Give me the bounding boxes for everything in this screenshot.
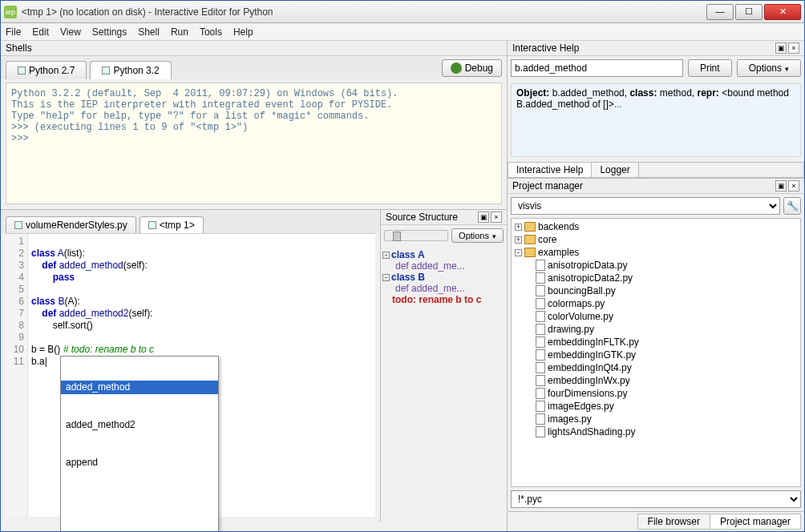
help-panel-title: Interactive Help ▣ ×	[508, 41, 804, 56]
panel-close-icon[interactable]: ×	[491, 212, 502, 223]
panel-undock-icon[interactable]: ▣	[775, 180, 787, 191]
file-icon	[536, 349, 545, 361]
menu-view[interactable]: View	[60, 26, 81, 38]
file-item[interactable]: embeddingInFLTK.py	[513, 336, 799, 349]
python-icon	[102, 66, 110, 75]
expand-icon[interactable]: +	[515, 236, 522, 244]
file-item[interactable]: imageEdges.py	[513, 400, 799, 413]
file-icon	[536, 362, 545, 373]
autocomplete-item[interactable]: append	[61, 456, 218, 470]
file-item[interactable]: bouncingBall.py	[513, 284, 799, 297]
editor-tab-volumerender[interactable]: volumeRenderStyles.py	[6, 216, 136, 233]
help-search-input[interactable]	[511, 59, 683, 77]
file-item[interactable]: colormaps.py	[513, 297, 799, 310]
filter-select[interactable]: !*.pyc	[511, 490, 801, 508]
shell-output[interactable]: Python 3.2.2 (default, Sep 4 2011, 09:07…	[6, 83, 502, 204]
file-icon	[536, 337, 545, 348]
file-item[interactable]: images.py	[513, 413, 799, 425]
structure-options-button[interactable]: Options	[451, 228, 504, 243]
collapse-icon[interactable]: -	[515, 249, 522, 256]
file-icon	[536, 285, 545, 296]
file-tree[interactable]: +backends +core -examples anisotropicDat…	[511, 218, 801, 487]
shell-tab-py27[interactable]: Python 2.7	[6, 61, 87, 79]
menubar: File Edit View Settings Shell Run Tools …	[1, 23, 804, 41]
file-item[interactable]: embeddingInGTK.py	[513, 349, 799, 361]
app-icon: iep	[4, 6, 17, 18]
python-icon	[18, 66, 26, 75]
project-select[interactable]: visvis	[511, 197, 780, 215]
collapse-icon[interactable]: -	[382, 252, 390, 259]
file-item[interactable]: embeddingInQt4.py	[513, 361, 799, 374]
panel-undock-icon[interactable]: ▣	[478, 212, 489, 223]
file-icon	[536, 311, 545, 322]
project-manager-title: Project manager ▣ ×	[508, 179, 804, 194]
shells-panel-title: Shells	[1, 41, 507, 56]
file-item[interactable]: anisotropicData2.py	[513, 272, 799, 284]
help-options-button[interactable]: Options	[737, 59, 801, 77]
file-icon	[536, 324, 545, 335]
file-item[interactable]: drawing.py	[513, 323, 799, 336]
tab-project-manager[interactable]: Project manager	[710, 514, 801, 530]
help-content: Object: b.added_method, class: method, r…	[511, 83, 801, 157]
window-titlebar: iep <tmp 1> (no location on disk) - Inte…	[1, 1, 804, 23]
menu-tools[interactable]: Tools	[200, 26, 222, 38]
menu-help[interactable]: Help	[233, 26, 253, 38]
collapse-icon[interactable]: -	[382, 274, 390, 281]
file-icon	[536, 298, 545, 309]
close-button[interactable]: ✕	[764, 4, 801, 20]
tab-logger[interactable]: Logger	[592, 163, 638, 177]
file-item[interactable]: embeddingInWx.py	[513, 374, 799, 387]
file-item[interactable]: lightsAndShading.py	[513, 425, 799, 438]
file-item[interactable]: fourDimensions.py	[513, 387, 799, 400]
autocomplete-popup[interactable]: added_method added_method2 append	[60, 356, 219, 532]
structure-tree[interactable]: - class A def added_me... - class B def …	[381, 246, 507, 522]
expand-icon[interactable]: +	[515, 224, 522, 231]
file-icon	[536, 426, 545, 437]
tab-file-browser[interactable]: File browser	[637, 514, 710, 530]
shell-tab-py32[interactable]: Python 3.2	[90, 61, 171, 79]
file-icon	[148, 221, 156, 229]
menu-shell[interactable]: Shell	[138, 26, 160, 38]
source-structure-title: Source Structure ▣ ×	[381, 210, 507, 225]
file-icon	[536, 260, 545, 271]
wrench-icon: 🔧	[787, 200, 799, 212]
print-button[interactable]: Print	[688, 59, 732, 77]
file-icon	[536, 375, 545, 386]
debug-button[interactable]: Debug	[442, 59, 502, 77]
minimize-button[interactable]: —	[706, 4, 734, 20]
menu-settings[interactable]: Settings	[92, 26, 127, 38]
folder-icon	[524, 235, 536, 244]
settings-button[interactable]: 🔧	[783, 197, 801, 215]
autocomplete-item[interactable]: added_method	[61, 381, 218, 394]
file-icon	[536, 413, 545, 425]
code-editor[interactable]: 1234567891011 class A(list): def added_m…	[6, 233, 375, 517]
window-title: <tmp 1> (no location on disk) - Interact…	[22, 6, 705, 18]
folder-icon	[524, 248, 536, 257]
menu-edit[interactable]: Edit	[32, 26, 49, 38]
panel-undock-icon[interactable]: ▣	[775, 42, 787, 54]
menu-run[interactable]: Run	[171, 26, 188, 38]
menu-file[interactable]: File	[6, 26, 21, 38]
editor-tab-tmp1[interactable]: <tmp 1>	[140, 216, 204, 233]
autocomplete-item[interactable]: added_method2	[61, 418, 218, 432]
panel-close-icon[interactable]: ×	[788, 180, 799, 191]
file-icon	[14, 221, 22, 229]
tab-interactive-help[interactable]: Interactive Help	[508, 163, 592, 177]
maximize-button[interactable]: ☐	[735, 4, 763, 20]
help-tabs: Interactive Help Logger	[508, 162, 804, 178]
bug-icon	[451, 62, 462, 74]
file-icon	[536, 272, 545, 284]
line-gutter: 1234567891011	[6, 234, 28, 517]
file-icon	[536, 388, 545, 399]
folder-icon	[524, 222, 536, 232]
file-item[interactable]: colorVolume.py	[513, 310, 799, 323]
file-icon	[536, 401, 545, 412]
structure-slider[interactable]	[384, 230, 448, 241]
panel-close-icon[interactable]: ×	[788, 42, 799, 54]
file-item[interactable]: anisotropicData.py	[513, 259, 799, 272]
